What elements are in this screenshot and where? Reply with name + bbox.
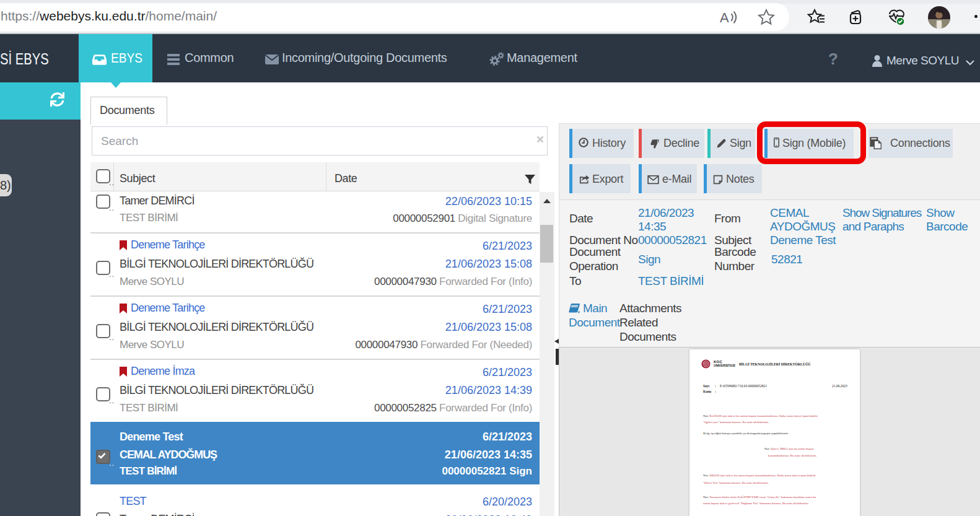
svg-text:A: A xyxy=(720,10,729,25)
